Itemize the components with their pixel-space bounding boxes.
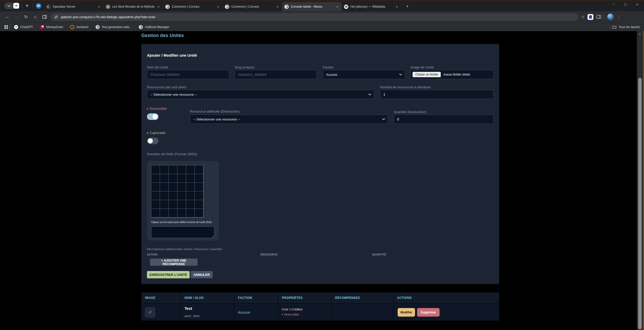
grid-cell[interactable] bbox=[186, 174, 194, 182]
grid-cell[interactable] bbox=[160, 209, 168, 217]
grid-cell[interactable] bbox=[195, 209, 203, 217]
bookmark-chatgpt[interactable]: ChatGPT bbox=[14, 25, 33, 29]
grid-cell[interactable] bbox=[169, 183, 177, 191]
tab-connexion-corvara-2[interactable]: Connexion | Corvara × bbox=[223, 2, 282, 11]
close-icon[interactable]: × bbox=[97, 5, 101, 9]
minimize-button[interactable]: − bbox=[608, 1, 619, 9]
grid-cell[interactable] bbox=[177, 174, 186, 182]
grid-cell[interactable] bbox=[177, 209, 186, 217]
grid-cell[interactable] bbox=[177, 165, 186, 174]
home-button[interactable]: ⌂ bbox=[31, 13, 40, 21]
grid-cell[interactable] bbox=[151, 200, 160, 209]
new-tab-button[interactable]: + bbox=[404, 3, 411, 10]
tab-console-admin-nexus-active[interactable]: Console Admin - Nexus × bbox=[282, 2, 342, 11]
close-icon[interactable]: × bbox=[275, 5, 280, 9]
capturable-toggle[interactable] bbox=[147, 138, 158, 144]
close-window-button[interactable]: × bbox=[631, 1, 643, 9]
bookmark-star-icon[interactable]: ☆ bbox=[581, 15, 585, 19]
grid-cell[interactable] bbox=[160, 183, 168, 191]
grid-cell[interactable] bbox=[195, 183, 203, 191]
grid-cell[interactable] bbox=[195, 191, 203, 200]
close-icon[interactable]: × bbox=[156, 5, 161, 9]
grid-cell[interactable] bbox=[160, 200, 168, 209]
delete-unit-button[interactable]: Supprimer bbox=[417, 308, 440, 317]
close-icon[interactable]: × bbox=[335, 5, 339, 9]
grid-cell[interactable] bbox=[195, 165, 203, 174]
grid-cell[interactable] bbox=[195, 200, 203, 209]
site-favicon bbox=[46, 5, 51, 9]
tab-spacebar-server[interactable]: Spacebar Server × bbox=[44, 2, 103, 11]
profile-avatar[interactable] bbox=[607, 14, 614, 20]
browser-menu-icon[interactable]: ⋮ bbox=[617, 15, 620, 19]
grid-cell[interactable] bbox=[151, 191, 160, 200]
side-panel-icon[interactable] bbox=[596, 14, 601, 19]
tab-connexion-corvara-1[interactable]: Connexion | Corvara × bbox=[163, 2, 223, 11]
grid-cell[interactable] bbox=[169, 209, 177, 217]
bookmark-text-generation[interactable]: Text generation web... bbox=[96, 25, 132, 29]
grid-cell[interactable] bbox=[160, 191, 168, 200]
choose-file-button[interactable]: Choisir un fichier bbox=[412, 72, 441, 77]
grid-cell[interactable] bbox=[186, 191, 194, 200]
destructible-toggle[interactable] bbox=[147, 113, 158, 120]
slug-input[interactable] bbox=[235, 70, 317, 79]
tab-les-neuf-mondes[interactable]: Les Neuf Mondes de la Mytholo × bbox=[103, 2, 163, 11]
distribute-input[interactable] bbox=[380, 90, 493, 99]
site-settings-icon[interactable] bbox=[54, 15, 58, 19]
grid-cell[interactable] bbox=[186, 165, 194, 174]
reload-button[interactable]: ↻ bbox=[21, 13, 31, 21]
vertical-scrollbar[interactable]: ▲ bbox=[637, 31, 643, 330]
grid-cell[interactable] bbox=[151, 183, 160, 191]
name-input[interactable] bbox=[147, 70, 229, 79]
reading-mode-button[interactable] bbox=[40, 13, 49, 21]
forward-button[interactable]: → bbox=[12, 13, 21, 21]
col-image: IMAGE bbox=[141, 292, 181, 303]
close-icon[interactable]: × bbox=[216, 5, 220, 9]
grid-cell[interactable] bbox=[186, 209, 194, 217]
address-bar[interactable]: galactic-pve-conquest-c7fe.dev.flatlogic… bbox=[51, 13, 578, 21]
url-text[interactable]: galactic-pve-conquest-c7fe.dev.flatlogic… bbox=[61, 15, 155, 19]
grid-cell[interactable] bbox=[151, 165, 160, 174]
pinned-tab-gemini[interactable]: ✦ bbox=[24, 2, 30, 9]
bookmark-moneygram[interactable]: MoneyGram bbox=[40, 25, 63, 29]
cancel-button[interactable]: ANNULER bbox=[191, 271, 213, 278]
image-file-input[interactable]: Choisir un fichier Aucun fichier choisi bbox=[410, 70, 494, 79]
grid-cell[interactable] bbox=[160, 165, 168, 174]
scroll-up-icon[interactable]: ▲ bbox=[637, 32, 643, 35]
grid-cell[interactable] bbox=[151, 174, 160, 182]
tab-title: Hel (déesse) — Wikipédia bbox=[350, 5, 393, 8]
apps-grid-icon[interactable] bbox=[4, 25, 8, 29]
grid-cell[interactable] bbox=[151, 209, 160, 217]
all-favorites[interactable]: Tous les favoris bbox=[610, 25, 640, 30]
globe-icon bbox=[139, 25, 143, 29]
grid-cell[interactable] bbox=[177, 183, 186, 191]
bookmark-mdbook-manager[interactable]: mdBook Manager bbox=[139, 25, 169, 29]
grid-json-textarea[interactable] bbox=[151, 226, 214, 238]
destruction-qty-input[interactable] bbox=[394, 115, 493, 124]
edit-unit-button[interactable]: Modifier bbox=[398, 308, 415, 317]
pinned-tab-chatgpt[interactable]: ✳ bbox=[13, 2, 20, 9]
maximize-button[interactable]: □ bbox=[619, 1, 631, 9]
site-favicon bbox=[106, 5, 110, 9]
add-reward-button[interactable]: + AJOUTER UNE RÉCOMPENSE bbox=[150, 259, 198, 266]
extension-icon[interactable] bbox=[588, 14, 593, 20]
faction-select[interactable]: Aucune bbox=[323, 70, 405, 79]
close-icon[interactable]: × bbox=[395, 5, 399, 9]
destruction-resource-select[interactable]: -- Sélectionner une ressource -- bbox=[190, 115, 388, 124]
grid-cell[interactable] bbox=[186, 183, 194, 191]
pinned-tab-wordpress[interactable]: W bbox=[35, 2, 42, 9]
back-button[interactable]: ← bbox=[3, 13, 12, 21]
grid-cell[interactable] bbox=[186, 200, 194, 209]
grid-cell[interactable] bbox=[169, 200, 177, 209]
grid-cell[interactable] bbox=[177, 191, 186, 200]
grid-cell[interactable] bbox=[195, 174, 203, 182]
grid-cell[interactable] bbox=[169, 165, 177, 174]
grid-cell[interactable] bbox=[177, 200, 186, 209]
grid-cell[interactable] bbox=[169, 174, 177, 182]
grid-cell[interactable] bbox=[160, 174, 168, 182]
grid-cell[interactable] bbox=[169, 191, 177, 200]
cost-resource-select[interactable]: -- Sélectionner une ressource -- bbox=[147, 90, 374, 99]
tab-hel-wikipedia[interactable]: Hel (déesse) — Wikipédia × bbox=[342, 2, 401, 11]
scrollbar-thumb[interactable] bbox=[638, 78, 642, 329]
save-unit-button[interactable]: ENREGISTRER L'UNITÉ bbox=[147, 271, 190, 278]
bookmark-invokeai[interactable]: InvokeAI bbox=[70, 25, 88, 29]
